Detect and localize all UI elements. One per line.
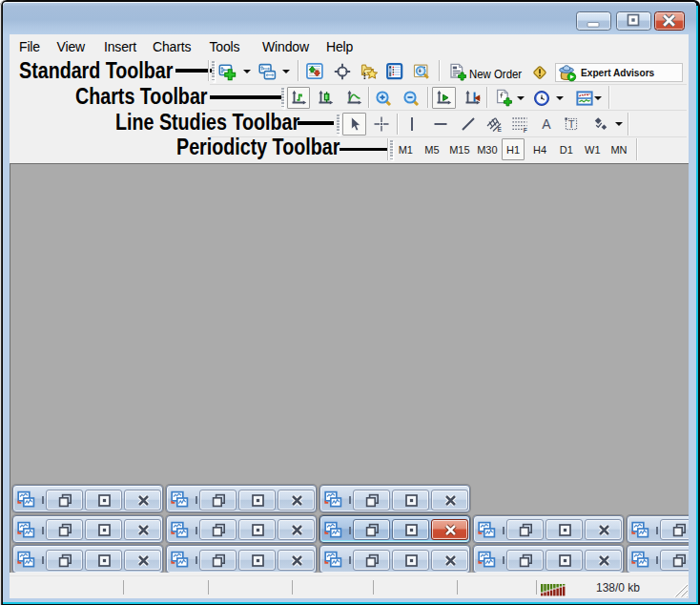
svg-text:A: A	[542, 115, 551, 131]
svg-text:F: F	[524, 126, 527, 132]
svg-text:E: E	[498, 126, 503, 133]
svg-text:T: T	[568, 118, 575, 130]
